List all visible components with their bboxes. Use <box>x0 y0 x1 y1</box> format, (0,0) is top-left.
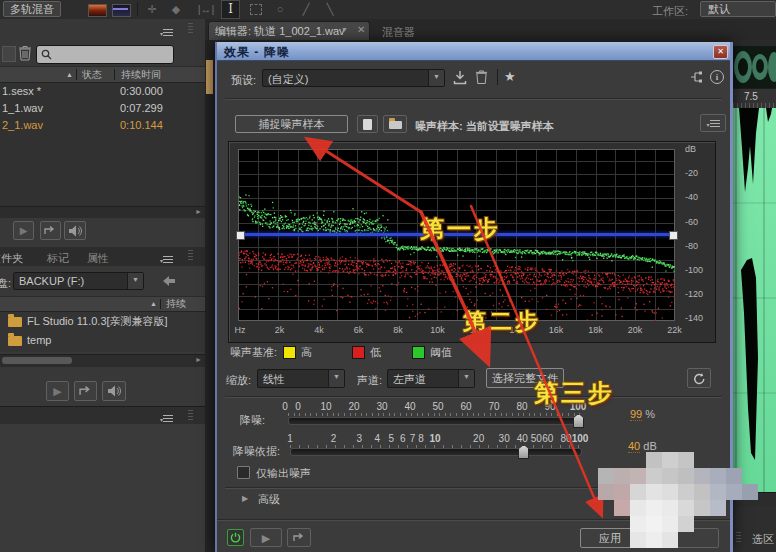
panel-menu-icon-2[interactable]: ▾ <box>160 412 173 424</box>
files-hscrollbar[interactable]: ► <box>0 206 205 218</box>
loop-export-button[interactable] <box>40 221 61 240</box>
waveform-display[interactable] <box>733 108 776 492</box>
load-sample-button[interactable] <box>383 115 407 133</box>
col-duration[interactable]: 持续时间 <box>121 67 161 82</box>
apply-button[interactable]: 应用 <box>580 528 640 548</box>
tab-mixer[interactable]: 混音器 <box>382 25 415 40</box>
speaker-button-2[interactable] <box>102 381 126 401</box>
speaker-button[interactable] <box>64 221 86 240</box>
folder-name[interactable]: temp <box>27 331 51 350</box>
scroll-right-icon[interactable]: ► <box>195 208 202 215</box>
routing-icon[interactable] <box>689 70 703 84</box>
nrby-tick: 50 <box>531 433 542 444</box>
browser-hscrollbar[interactable]: ► <box>0 354 205 367</box>
play-button-2[interactable]: ▶ <box>46 381 69 401</box>
nrby-slider-track[interactable] <box>290 448 582 456</box>
files-header[interactable]: ▲ 状态 持续时间 <box>0 66 205 83</box>
workspace-selector[interactable]: 默认 <box>700 1 776 17</box>
play-button[interactable]: ▶ <box>13 221 34 240</box>
close-button-covered[interactable] <box>645 528 719 548</box>
threshold-handle-left[interactable] <box>236 231 245 240</box>
ibeam-tool-active[interactable]: I <box>221 0 240 19</box>
panel-grip[interactable] <box>188 23 193 35</box>
waveform-overview[interactable] <box>733 46 776 88</box>
folder-row[interactable]: temp <box>0 331 205 350</box>
nr-value[interactable]: 99 % <box>630 408 655 420</box>
scroll-right-icon[interactable]: ► <box>195 356 202 363</box>
folder-icon <box>8 317 22 327</box>
tab-markers[interactable]: 标记 <box>47 251 69 266</box>
tab-folders[interactable]: 文件夹 <box>0 247 36 266</box>
preview-play-button[interactable]: ▶ <box>250 528 282 547</box>
dialog-close-button[interactable]: ✕ <box>713 45 728 59</box>
power-toggle-button[interactable] <box>227 529 244 546</box>
timeline-ruler[interactable]: 7.5 <box>733 88 776 110</box>
multitrack-button[interactable]: 多轨混音 <box>3 1 61 17</box>
scale-selector[interactable]: 线性 <box>257 369 345 388</box>
nr-slider-track[interactable] <box>288 417 582 425</box>
file-row[interactable]: 1.sesx *0:30.000 <box>0 83 205 100</box>
file-name[interactable]: 2_1.wav <box>2 117 43 134</box>
panel-menu-icon[interactable]: ▾ <box>160 26 173 38</box>
legend-swatch-threshold <box>412 346 425 359</box>
dialog-titlebar[interactable]: 效果 - 降噪 ✕ <box>217 42 730 61</box>
back-arrow-icon[interactable] <box>162 275 176 287</box>
panel-grip-2[interactable] <box>188 410 193 422</box>
tab-editor[interactable]: 编辑器: 轨道 1_002_1.wav ▼ ✕ <box>208 21 370 40</box>
sample-menu-button[interactable]: ▾ <box>700 114 726 132</box>
file-row[interactable]: 2_1.wav0:10.144 <box>0 117 205 134</box>
folder-name[interactable]: FL Studio 11.0.3[亲测兼容版] <box>27 312 168 331</box>
lasso-tool-icon[interactable]: ○ <box>272 2 288 17</box>
nrby-value[interactable]: 40 dB <box>628 440 657 452</box>
tab-properties[interactable]: 属性 <box>87 251 109 266</box>
browser-grip[interactable] <box>188 250 193 262</box>
preview-loop-button[interactable] <box>287 528 311 547</box>
nr-tick-marks <box>288 413 580 416</box>
channel-label: 声道: <box>357 373 382 388</box>
file-row[interactable]: 1_1.wav0:07.299 <box>0 100 205 117</box>
drive-selector[interactable]: BACKUP (F:) <box>13 272 144 290</box>
tab-dropdown-icon[interactable]: ▼ <box>341 26 348 33</box>
waveform-view-icon[interactable] <box>112 4 131 17</box>
channel-selector[interactable]: 左声道 <box>387 369 475 388</box>
delete-preset-icon[interactable] <box>475 69 488 85</box>
save-preset-icon[interactable] <box>453 70 467 85</box>
output-noise-checkbox[interactable] <box>237 466 250 479</box>
preset-selector[interactable]: (自定义) <box>262 69 445 87</box>
razor-tool-icon[interactable]: ◆ <box>168 2 184 17</box>
favorite-star-icon[interactable]: ★ <box>504 69 516 84</box>
heal-tool-icon[interactable]: ╲ <box>322 2 338 17</box>
y-tick-label: -60 <box>685 217 698 227</box>
search-box[interactable] <box>36 45 174 64</box>
nr-label: 降噪: <box>240 413 265 428</box>
info-icon[interactable]: i <box>710 70 724 84</box>
scale-label: 缩放: <box>226 373 251 388</box>
workspace-label: 工作区: <box>652 4 688 19</box>
hscroll-thumb[interactable] <box>2 357 72 364</box>
brush-tool-icon[interactable]: ╱ <box>298 2 314 17</box>
save-sample-button[interactable] <box>357 115 378 133</box>
advanced-expander-icon[interactable]: ▶ <box>242 494 248 503</box>
col-duration2[interactable]: 持续 <box>166 297 186 311</box>
panel-grip-3[interactable] <box>736 532 741 544</box>
move-tool-icon[interactable]: ✛ <box>144 2 160 17</box>
advanced-label[interactable]: 高级 <box>258 492 280 507</box>
col-status[interactable]: 状态 <box>82 67 102 82</box>
file-name[interactable]: 1.sesx * <box>2 83 41 100</box>
file-name[interactable]: 1_1.wav <box>2 100 43 117</box>
time-selection-tool-icon[interactable]: |↔| <box>194 2 218 17</box>
browser-header[interactable]: ▲ 持续 <box>0 296 205 312</box>
nr-tick: 30 <box>376 401 387 412</box>
tab-close-icon[interactable]: ✕ <box>357 24 365 35</box>
new-file-icon[interactable] <box>2 46 16 62</box>
capture-noise-sample-button[interactable]: 捕捉噪声样本 <box>235 115 348 133</box>
trash-icon[interactable] <box>18 45 32 61</box>
browser-menu-icon[interactable]: ▾ <box>160 253 173 265</box>
threshold-handle-right[interactable] <box>669 231 678 240</box>
spectral-view-icon[interactable] <box>88 4 107 17</box>
loop-export-button-2[interactable] <box>74 381 97 401</box>
marquee-tool-icon[interactable] <box>250 4 262 15</box>
folder-row[interactable]: FL Studio 11.0.3[亲测兼容版] <box>0 312 205 331</box>
panel-divider[interactable] <box>205 40 215 552</box>
reset-button[interactable] <box>687 368 711 388</box>
